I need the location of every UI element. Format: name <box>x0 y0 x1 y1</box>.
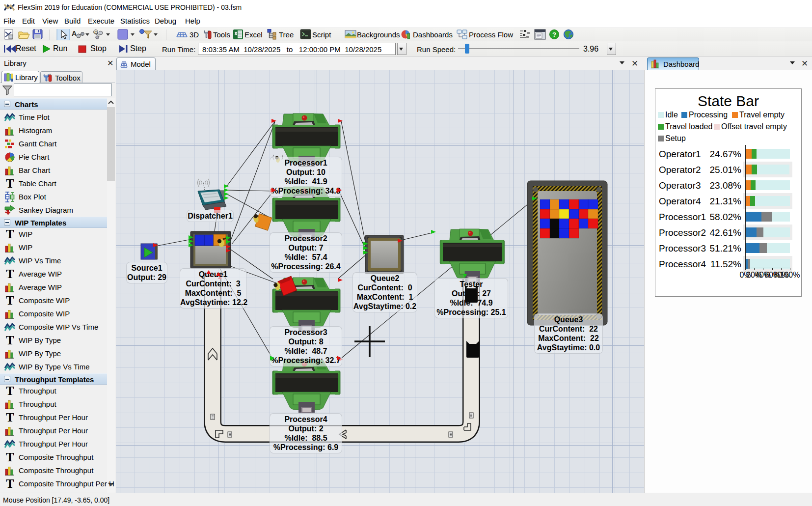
svg-text:?: ? <box>552 31 556 38</box>
svg-text:T: T <box>6 452 14 463</box>
svg-text:Script: Script <box>312 30 331 39</box>
svg-text:3D: 3D <box>189 30 199 39</box>
svg-text:Tree: Tree <box>279 30 294 39</box>
svg-text:T: T <box>6 335 14 346</box>
svg-text:T: T <box>6 229 14 240</box>
svg-text:Backgrounds: Backgrounds <box>357 30 400 39</box>
svg-text:T: T <box>6 478 14 489</box>
svg-text:Tools: Tools <box>213 30 230 39</box>
svg-text:T: T <box>6 178 14 189</box>
svg-text:T: T <box>6 295 14 306</box>
svg-text:T: T <box>6 386 14 396</box>
svg-text:Q: Q <box>94 30 98 35</box>
svg-text:Excel: Excel <box>244 30 263 39</box>
svg-text:Process Flow: Process Flow <box>469 30 513 39</box>
svg-text:T: T <box>6 269 14 280</box>
svg-text:Dashboards: Dashboards <box>413 30 453 39</box>
svg-text:T: T <box>6 412 14 423</box>
svg-text:A: A <box>72 29 77 37</box>
